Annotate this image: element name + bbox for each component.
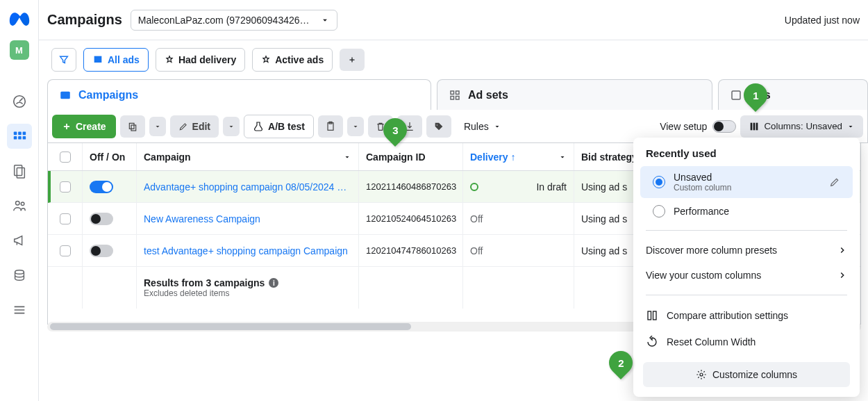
billing-icon[interactable] bbox=[7, 263, 32, 288]
svg-rect-4 bbox=[13, 136, 17, 140]
megaphone-icon[interactable] bbox=[7, 228, 32, 253]
meta-logo-icon[interactable] bbox=[8, 8, 31, 31]
tag-button[interactable] bbox=[426, 115, 451, 138]
reset-label: Reset Column Width bbox=[667, 336, 756, 347]
compare-label: Compare attribution settings bbox=[667, 310, 788, 321]
svg-rect-3 bbox=[22, 132, 26, 136]
campaign-id: 120210474786010263 bbox=[359, 235, 463, 266]
row-toggle[interactable] bbox=[90, 213, 113, 225]
info-icon[interactable]: i bbox=[269, 278, 278, 288]
account-dropdown[interactable]: MaleconLaPaz.com (9729060943426… bbox=[131, 10, 337, 31]
campaign-name-link[interactable]: New Awareness Campaign bbox=[144, 213, 260, 224]
preset-unsaved-label: Unsaved bbox=[674, 172, 821, 183]
paste-more-button[interactable] bbox=[347, 117, 364, 136]
row-checkbox[interactable] bbox=[60, 245, 71, 256]
recently-used-heading: Recently used bbox=[633, 147, 860, 165]
svg-point-10 bbox=[21, 202, 24, 206]
preset-unsaved-sub: Custom column bbox=[674, 183, 821, 193]
svg-rect-2 bbox=[18, 132, 22, 136]
col-campaign-id[interactable]: Campaign ID bbox=[359, 143, 463, 170]
customize-label: Customize columns bbox=[712, 369, 797, 380]
campaign-name-link[interactable]: Advantage+ shopping campaign 08/05/2024 … bbox=[144, 181, 347, 193]
svg-rect-14 bbox=[456, 91, 460, 95]
had-delivery-filter[interactable]: Had delivery bbox=[156, 48, 245, 72]
paste-button[interactable] bbox=[318, 115, 343, 138]
row-checkbox[interactable] bbox=[60, 213, 71, 224]
svg-rect-17 bbox=[732, 91, 740, 99]
select-all-checkbox[interactable] bbox=[60, 152, 71, 163]
col-campaign[interactable]: Campaign bbox=[137, 143, 359, 170]
svg-rect-25 bbox=[648, 311, 651, 320]
row-toggle[interactable] bbox=[90, 245, 113, 257]
view-setup: View setup bbox=[660, 120, 736, 133]
chevron-down-icon bbox=[320, 15, 330, 25]
filterbar: All ads Had delivery Active ads bbox=[47, 40, 868, 79]
reset-column-width[interactable]: Reset Column Width bbox=[633, 329, 860, 355]
view-custom-columns[interactable]: View your custom columns bbox=[633, 263, 860, 288]
delivery-status: In draft bbox=[536, 181, 567, 193]
svg-rect-6 bbox=[22, 136, 26, 140]
discover-presets[interactable]: Discover more column presets bbox=[633, 238, 860, 263]
duplicate-button[interactable] bbox=[120, 115, 145, 138]
page-title: Campaigns bbox=[47, 12, 122, 28]
svg-rect-22 bbox=[751, 122, 753, 130]
svg-point-11 bbox=[15, 270, 24, 275]
abtest-button[interactable]: A/B test bbox=[244, 115, 314, 138]
compare-icon bbox=[646, 309, 658, 322]
tab-adsets[interactable]: Ad sets bbox=[437, 79, 712, 110]
gauge-icon[interactable] bbox=[7, 89, 32, 114]
reports-icon[interactable] bbox=[7, 158, 32, 183]
radio-checked-icon bbox=[653, 176, 665, 188]
customize-columns-button[interactable]: Customize columns bbox=[643, 362, 850, 387]
active-ads-filter[interactable]: Active ads bbox=[252, 48, 333, 72]
columns-button[interactable]: Columns: Unsaved bbox=[740, 115, 863, 138]
row-toggle[interactable] bbox=[90, 181, 113, 193]
create-button[interactable]: Create bbox=[52, 115, 116, 138]
table-icon[interactable] bbox=[7, 124, 32, 149]
tab-campaigns[interactable]: Campaigns bbox=[47, 79, 431, 110]
view-setup-toggle[interactable] bbox=[712, 120, 736, 133]
svg-rect-8 bbox=[17, 167, 24, 178]
duplicate-more-button[interactable] bbox=[149, 117, 166, 136]
tab-ads[interactable]: Ads bbox=[718, 79, 868, 110]
edit-label: Edit bbox=[192, 121, 210, 132]
svg-rect-26 bbox=[653, 311, 657, 320]
add-filter-button[interactable] bbox=[340, 49, 365, 71]
summary-sub: Excludes deleted items bbox=[144, 288, 229, 298]
svg-rect-5 bbox=[18, 136, 22, 140]
avatar[interactable]: M bbox=[10, 40, 29, 60]
compare-attribution[interactable]: Compare attribution settings bbox=[633, 302, 860, 329]
create-label: Create bbox=[76, 121, 106, 132]
campaign-name-link[interactable]: test Advantage+ shopping campaign Campai… bbox=[144, 245, 348, 256]
all-ads-filter[interactable]: All ads bbox=[83, 48, 149, 72]
chevron-right-icon bbox=[837, 270, 847, 280]
preset-unsaved[interactable]: Unsaved Custom column bbox=[640, 166, 853, 198]
rules-button[interactable]: Rules bbox=[456, 115, 510, 138]
edit-more-button[interactable] bbox=[223, 117, 240, 136]
left-sidebar: M bbox=[0, 0, 39, 401]
active-ads-label: Active ads bbox=[275, 54, 324, 65]
campaign-id: 120210524064510263 bbox=[359, 203, 463, 234]
col-delivery[interactable]: Delivery ↑ bbox=[463, 143, 574, 170]
filter-button[interactable] bbox=[51, 48, 76, 72]
radio-icon bbox=[653, 205, 665, 218]
svg-rect-16 bbox=[456, 96, 460, 99]
audience-icon[interactable] bbox=[7, 193, 32, 218]
topbar: Campaigns MaleconLaPaz.com (972906094342… bbox=[39, 0, 868, 40]
sort-up-icon: ↑ bbox=[510, 152, 515, 163]
summary-title: Results from 3 campaigns bbox=[144, 277, 265, 288]
edit-button[interactable]: Edit bbox=[170, 115, 219, 138]
preset-performance[interactable]: Performance bbox=[640, 199, 853, 223]
menu-icon[interactable] bbox=[7, 297, 32, 322]
svg-rect-24 bbox=[756, 122, 758, 130]
edit-icon[interactable] bbox=[829, 177, 840, 188]
reset-icon bbox=[646, 336, 658, 348]
svg-rect-18 bbox=[129, 123, 134, 129]
chevron-down-icon bbox=[343, 153, 351, 161]
view-custom-label: View your custom columns bbox=[646, 270, 761, 281]
col-onoff[interactable]: Off / On bbox=[83, 143, 137, 170]
col-delivery-label: Delivery bbox=[470, 152, 508, 163]
row-checkbox[interactable] bbox=[60, 181, 71, 193]
svg-rect-19 bbox=[131, 125, 136, 131]
callout-1: 1 bbox=[744, 83, 767, 115]
